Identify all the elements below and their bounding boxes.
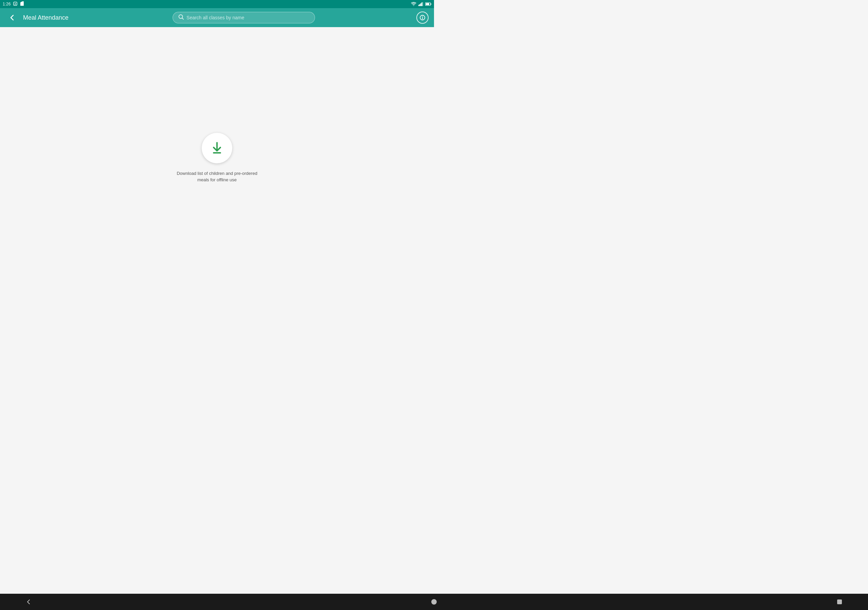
svg-rect-6 — [420, 3, 422, 6]
svg-rect-10 — [431, 3, 431, 5]
info-button[interactable] — [416, 11, 429, 24]
download-circle — [202, 133, 232, 163]
download-icon — [209, 141, 225, 156]
svg-rect-2 — [20, 2, 24, 6]
svg-rect-5 — [419, 4, 420, 6]
status-bar: 1:26 A — [0, 0, 434, 8]
sd-card-icon — [20, 2, 24, 7]
search-container — [75, 12, 412, 23]
main-content: Download list of children and pre-ordere… — [0, 27, 434, 289]
download-description: Download list of children and pre-ordere… — [177, 170, 257, 183]
status-bar-right — [411, 2, 431, 6]
svg-rect-7 — [422, 2, 423, 6]
svg-text:A: A — [15, 3, 16, 5]
svg-line-13 — [182, 18, 183, 19]
svg-marker-3 — [20, 2, 24, 2]
svg-rect-8 — [423, 2, 423, 6]
back-button[interactable] — [5, 11, 19, 25]
svg-rect-4 — [418, 5, 419, 6]
search-input[interactable] — [186, 15, 309, 20]
wifi-icon — [411, 2, 416, 6]
status-bar-left: 1:26 A — [3, 2, 24, 7]
svg-rect-11 — [426, 3, 429, 5]
svg-rect-17 — [213, 152, 221, 153]
signal-icon — [418, 2, 423, 6]
battery-icon — [425, 2, 431, 6]
svg-point-16 — [422, 16, 423, 17]
search-box[interactable] — [173, 12, 315, 23]
app-bar: Meal Attendance — [0, 8, 434, 27]
app-title: Meal Attendance — [23, 14, 68, 21]
notification-a-icon: A — [13, 2, 17, 6]
status-time: 1:26 — [3, 2, 11, 6]
search-icon — [178, 14, 184, 21]
